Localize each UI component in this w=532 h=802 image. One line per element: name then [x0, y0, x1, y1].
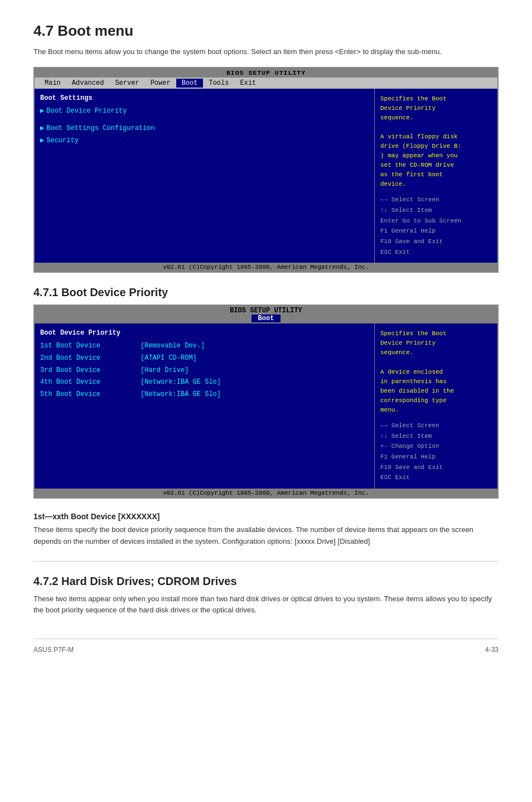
section-47-title: 4.7 Boot menu: [33, 22, 499, 40]
nav-exit[interactable]: Exit: [234, 79, 262, 88]
boot-device-label-1: 1st Boot Device: [40, 340, 129, 352]
page-footer: ASUS P7F-M 4-33: [33, 639, 499, 654]
bios-screen-2: BIOS SETUP UTILITY Boot Boot Device Prio…: [33, 305, 499, 499]
boot-device-label-4: 4th Boot Device: [40, 376, 129, 389]
bios-header-label-2: BIOS SETUP UTILITY: [230, 307, 302, 315]
boot-device-label-2: 2nd Boot Device: [40, 352, 129, 365]
bios-menu-security[interactable]: ▶ Security: [40, 135, 369, 147]
bios-menu-boot-device-priority[interactable]: ▶ Boot Device Priority: [40, 105, 369, 118]
boot-device-label-5: 5th Boot Device: [40, 389, 129, 401]
bios-footer-2: v02.61 (C)Copyright 1985-2009, American …: [35, 489, 497, 497]
boot-device-value-2: [ATAPI CD-ROM]: [141, 352, 197, 365]
boot-device-row-3[interactable]: 3rd Boot Device [Hard Drive]: [40, 365, 369, 377]
bios-footer-1: v02.61 (C)Copyright 1985-2009, American …: [35, 263, 497, 272]
bios-item-label-1: Boot Device Priority: [46, 105, 127, 118]
footer-right: 4-33: [485, 646, 499, 654]
section-472-desc: These two items appear only when you ins…: [33, 593, 499, 617]
bios-screen-1: BIOS SETUP UTILITY Main Advanced Server …: [33, 67, 499, 273]
arrow-icon-2: ▶: [40, 123, 44, 135]
bios-body-1: Boot Settings ▶ Boot Device Priority ▶ B…: [35, 89, 497, 263]
nav-tools[interactable]: Tools: [203, 79, 234, 88]
bios-hint-1: Specifies the Boot Device Priority seque…: [380, 94, 492, 189]
arrow-icon-1: ▶: [40, 105, 44, 118]
bios-shortcuts-1: ←→ Select Screen ↑↓ Select Item Enter Go…: [380, 195, 492, 257]
bios-shortcuts-2: ←→ Select Screen ↑↓ Select Item +- Chang…: [380, 421, 492, 483]
nav-power[interactable]: Power: [145, 79, 176, 88]
bios-header-2: BIOS SETUP UTILITY Boot: [35, 306, 497, 323]
bios-item-label-3: Security: [46, 135, 79, 147]
boot-device-value-1: [Removable Dev.]: [141, 340, 205, 352]
section-471-title: 4.7.1 Boot Device Priority: [33, 286, 499, 299]
boot-device-value-4: [Network:IBA GE Slo]: [141, 376, 221, 389]
bios-right-1: Specifies the Boot Device Priority seque…: [375, 89, 497, 263]
bios-right-2: Specifies the Boot Device Priority seque…: [375, 323, 497, 489]
bios-section-label-1: Boot Settings: [40, 94, 369, 102]
bios-body-2: Boot Device Priority 1st Boot Device [Re…: [35, 323, 497, 489]
boot-device-row-2[interactable]: 2nd Boot Device [ATAPI CD-ROM]: [40, 352, 369, 365]
nav-main[interactable]: Main: [39, 79, 66, 88]
boot-device-row-1[interactable]: 1st Boot Device [Removable Dev.]: [40, 340, 369, 352]
footer-left: ASUS P7F-M: [33, 646, 74, 654]
arrow-icon-3: ▶: [40, 135, 44, 147]
bios-section-label-2: Boot Device Priority: [40, 329, 369, 337]
boot-device-value-5: [Network:IBA GE Slo]: [141, 389, 221, 401]
bios-tab-boot: Boot: [252, 315, 281, 322]
item-desc: These items specify the boot device prio…: [33, 524, 499, 548]
bios-hint-2: Specifies the Boot Device Priority seque…: [380, 329, 492, 414]
bios-left-1: Boot Settings ▶ Boot Device Priority ▶ B…: [35, 89, 375, 263]
section-472-title: 4.7.2 Hard Disk Drives; CDROM Drives: [33, 575, 499, 588]
section-divider: [33, 561, 499, 562]
boot-device-row-4[interactable]: 4th Boot Device [Network:IBA GE Slo]: [40, 376, 369, 389]
section-47-intro: The Boot menu items allow you to change …: [33, 46, 499, 58]
boot-device-label-3: 3rd Boot Device: [40, 365, 129, 377]
bios-nav-1: Main Advanced Server Power Boot Tools Ex…: [35, 78, 497, 89]
bios-left-2: Boot Device Priority 1st Boot Device [Re…: [35, 323, 375, 489]
bios-item-label-2: Boot Settings Configuration: [46, 123, 154, 135]
item-title: 1st—xxth Boot Device [XXXXXXX]: [33, 512, 499, 521]
nav-advanced[interactable]: Advanced: [66, 79, 110, 88]
bios-header-1: BIOS SETUP UTILITY: [35, 68, 497, 78]
bios-menu-boot-settings-config[interactable]: ▶ Boot Settings Configuration: [40, 123, 369, 135]
nav-boot[interactable]: Boot: [176, 79, 204, 88]
nav-server[interactable]: Server: [109, 79, 144, 88]
boot-device-row-5[interactable]: 5th Boot Device [Network:IBA GE Slo]: [40, 389, 369, 401]
boot-device-value-3: [Hard Drive]: [141, 365, 188, 377]
